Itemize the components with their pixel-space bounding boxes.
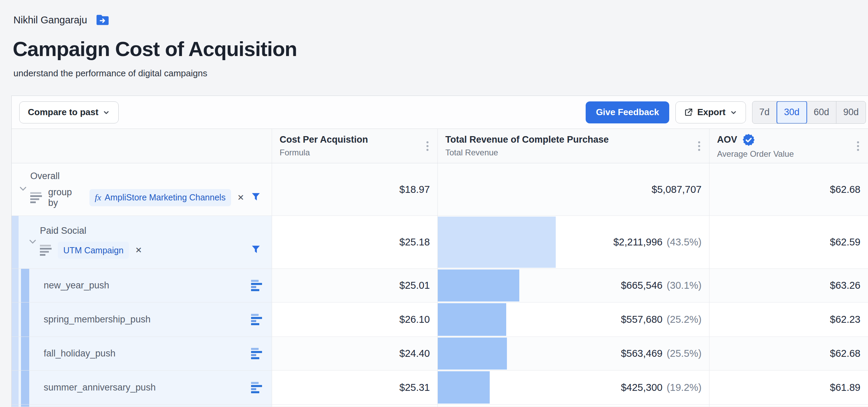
mini-bar-chart-icon[interactable] — [251, 371, 262, 404]
date-range-selector: 7d30d60d90d — [752, 101, 866, 124]
range-segment-60d[interactable]: 60d — [807, 101, 836, 123]
row-label-cell[interactable]: new_year_push — [12, 269, 272, 302]
revenue-bar — [438, 338, 507, 370]
cpa-cell: $18.97 — [272, 163, 438, 216]
column-menu-icon[interactable] — [698, 141, 700, 151]
give-feedback-button[interactable]: Give Feedback — [586, 101, 670, 123]
revenue-percent: (25.5%) — [666, 348, 702, 359]
range-segment-30d[interactable]: 30d — [777, 101, 807, 124]
table-row-Paid Social: Paid SocialUTM Campaign✕$25.18$2,211,996… — [12, 216, 868, 269]
cpa-value: $25.31 — [399, 382, 430, 393]
row-label-cell — [12, 405, 272, 407]
table-row-fall_holiday_push: fall_holiday_push$24.40$563,469(25.5%)$6… — [12, 337, 868, 371]
revenue-value: $665,546 — [621, 280, 662, 291]
chip-remove-icon[interactable]: ✕ — [237, 193, 244, 202]
header-cell-0: Cost Per AcquistionFormula — [272, 129, 438, 163]
export-icon — [684, 108, 693, 117]
revenue-cell: $2,211,996(43.5%) — [438, 216, 709, 268]
row-chevron-down-icon[interactable] — [28, 237, 37, 248]
cpa-value: $25.18 — [399, 236, 430, 248]
chevron-down-icon — [102, 109, 110, 116]
revenue-cell: $5,087,707 — [438, 163, 709, 216]
aov-cell: $62.68 — [709, 163, 868, 216]
mini-bar-chart-icon[interactable] — [251, 337, 262, 370]
header-cell-2: AOVAverage Order Value — [709, 129, 868, 163]
aov-cell: $62.68 — [709, 337, 868, 370]
aov-value: $61.89 — [830, 382, 860, 393]
cpa-value: $24.40 — [399, 348, 430, 359]
revenue-cell: $563,469(25.5%) — [438, 337, 709, 370]
revenue-value: $5,087,707 — [652, 184, 702, 195]
header-cell-1: Total Revenue of Complete PurchaseTotal … — [438, 129, 709, 163]
row-label-cell[interactable]: Overallgroup byfxAmpliStore Marketing Ch… — [12, 163, 272, 216]
table-row-spring_membership_push: spring_membership_push$26.10$557,680(25.… — [12, 302, 868, 337]
page-subtitle: understand the performance of digital ca… — [13, 68, 207, 79]
column-menu-icon[interactable] — [857, 141, 859, 151]
compare-to-past-button[interactable]: Compare to past — [19, 101, 119, 123]
revenue-percent: (30.1%) — [666, 280, 702, 291]
aov-cell — [709, 405, 868, 407]
row-label: Paid Social — [40, 226, 272, 236]
toolbar: Compare to past Give Feedback Export 7d3… — [12, 96, 868, 129]
aov-value: $63.26 — [830, 280, 860, 291]
range-segment-90d[interactable]: 90d — [836, 101, 866, 123]
row-chevron-down-icon[interactable] — [19, 184, 28, 195]
page-title: Campaign Cost of Acquisition — [13, 37, 297, 61]
column-title: AOV — [717, 134, 737, 145]
row-label: summer_anniversary_push — [44, 382, 156, 393]
revenue-percent: (25.2%) — [666, 314, 702, 325]
aov-value: $62.59 — [830, 236, 860, 248]
chip-remove-icon[interactable]: ✕ — [135, 245, 142, 255]
column-menu-icon[interactable] — [426, 141, 428, 151]
aov-cell: $63.26 — [709, 269, 868, 302]
filter-funnel-icon[interactable] — [250, 244, 261, 256]
revenue-bar — [438, 371, 490, 404]
chevron-down-icon — [730, 109, 737, 116]
column-subtitle: Average Order Value — [717, 149, 868, 159]
row-label-cell[interactable]: summer_anniversary_push — [12, 371, 272, 404]
table-row-summer_anniversary_push: summer_anniversary_push$25.31$425,300(19… — [12, 371, 868, 405]
table-row-Overall: Overallgroup byfxAmpliStore Marketing Ch… — [12, 163, 868, 216]
revenue-cell: $665,546(30.1%) — [438, 269, 709, 302]
export-button[interactable]: Export — [675, 101, 746, 123]
row-label: new_year_push — [44, 280, 109, 291]
table-body: Overallgroup byfxAmpliStore Marketing Ch… — [12, 163, 868, 407]
row-label-cell[interactable]: Paid SocialUTM Campaign✕ — [12, 216, 272, 268]
revenue-bar — [438, 270, 519, 301]
aov-value: $62.23 — [830, 314, 860, 325]
cpa-value: $18.97 — [399, 184, 430, 195]
cpa-cell: $24.40 — [272, 337, 438, 370]
revenue-value: $2,211,996 — [613, 236, 662, 248]
row-label-cell[interactable]: fall_holiday_push — [12, 337, 272, 370]
revenue-value: $425,300 — [621, 382, 662, 393]
formula-fx-icon: fx — [95, 192, 101, 203]
breadcrumb-owner[interactable]: Nikhil Gangaraju — [13, 14, 87, 26]
aov-cell: $62.59 — [709, 216, 868, 268]
chip-label: AmpliStore Marketing Channels — [105, 192, 226, 202]
aov-value: $62.68 — [830, 184, 860, 195]
header-cell-labels — [12, 129, 272, 163]
revenue-cell: $425,300(19.2%) — [438, 371, 709, 404]
row-label: Overall — [30, 171, 272, 182]
cpa-value: $25.01 — [399, 280, 430, 291]
revenue-percent: (19.2%) — [666, 382, 702, 393]
chip-label: UTM Campaign — [63, 245, 123, 255]
group-by-chip[interactable]: fxAmpliStore Marketing Channels — [89, 189, 231, 206]
move-to-folder-icon[interactable] — [96, 14, 110, 26]
group-by-chip[interactable]: UTM Campaign — [58, 242, 129, 259]
column-subtitle: Total Revenue — [445, 148, 709, 157]
cpa-cell: $26.10 — [272, 302, 438, 337]
filter-funnel-icon[interactable] — [250, 191, 261, 204]
table-row-new_year_push: new_year_push$25.01$665,546(30.1%)$63.26 — [12, 269, 868, 302]
aov-value: $62.68 — [830, 348, 860, 359]
mini-bar-chart-icon[interactable] — [251, 269, 262, 302]
mini-bar-chart-icon[interactable] — [251, 302, 262, 337]
cpa-cell: $25.31 — [272, 371, 438, 404]
row-label-cell[interactable]: spring_membership_push — [12, 302, 272, 337]
table-row-partial — [12, 405, 868, 407]
revenue-bar — [438, 217, 556, 268]
column-title: Cost Per Acquistion — [280, 134, 368, 145]
row-label: fall_holiday_push — [44, 348, 116, 359]
range-segment-7d[interactable]: 7d — [752, 101, 777, 123]
group-by-list-icon — [40, 245, 52, 256]
